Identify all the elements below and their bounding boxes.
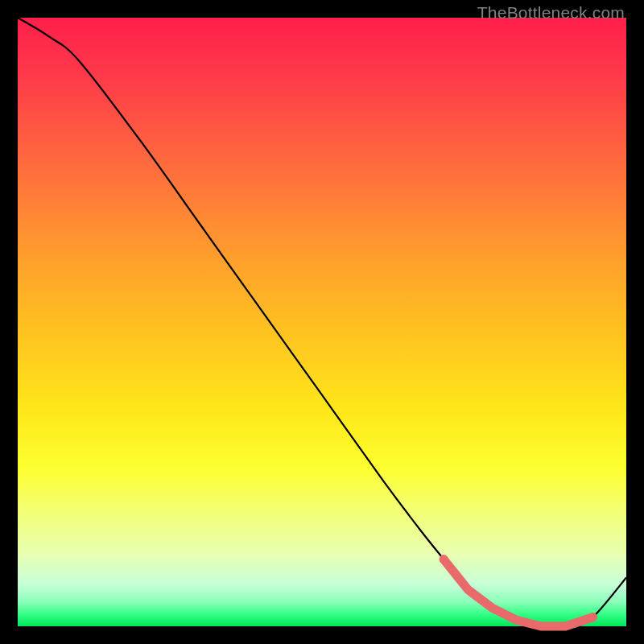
- chart-svg: [18, 18, 626, 626]
- watermark-text: TheBottleneck.com: [477, 3, 625, 23]
- highlight-dot: [588, 613, 597, 621]
- highlight-band: [444, 559, 592, 626]
- highlight-dot: [440, 555, 448, 564]
- highlight-dot: [580, 616, 588, 625]
- chart-container: TheBottleneck.com: [0, 0, 644, 644]
- highlight-dot: [570, 619, 579, 628]
- plot-area: [18, 18, 626, 626]
- highlight-markers: [440, 555, 597, 627]
- bottleneck-curve-line: [18, 18, 626, 627]
